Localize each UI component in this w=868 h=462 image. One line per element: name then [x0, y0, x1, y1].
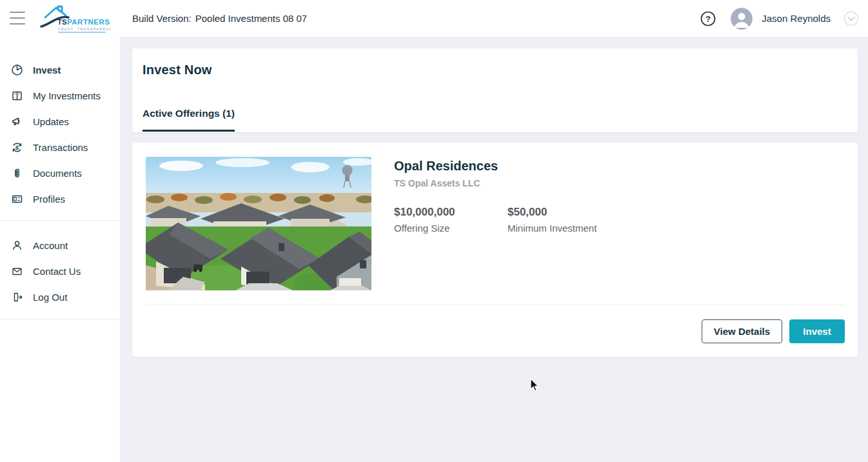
sidebar-secondary-nav: Account Contact Us Log Out	[0, 221, 120, 319]
svg-text:TS: TS	[57, 18, 67, 26]
page-title: Invest Now	[143, 63, 212, 77]
sidebar: Invest My Investments Updates $ Transact…	[0, 37, 120, 462]
megaphone-icon	[11, 115, 23, 128]
stat-label: Minimum Investment	[508, 223, 608, 234]
portfolio-icon	[11, 90, 23, 102]
sidebar-item-documents[interactable]: Documents	[0, 160, 120, 186]
sidebar-item-label: My Investments	[33, 90, 101, 101]
help-icon[interactable]: ?	[700, 10, 716, 27]
svg-text:PARTNERS: PARTNERS	[67, 18, 110, 26]
ts-partners-logo: TS PARTNERS TRUST. TRANSPARENCY	[39, 3, 111, 37]
svg-text:?: ?	[705, 14, 711, 24]
sidebar-item-updates[interactable]: Updates	[0, 108, 120, 134]
sidebar-main-nav: Invest My Investments Updates $ Transact…	[0, 37, 120, 221]
chevron-down-icon[interactable]	[843, 11, 859, 26]
sidebar-item-label: Documents	[33, 168, 82, 179]
sidebar-item-account[interactable]: Account	[0, 232, 120, 258]
stat-value: $50,000	[508, 206, 608, 219]
stat-value: $10,000,000	[394, 206, 495, 219]
envelope-icon	[11, 265, 23, 277]
build-version-label: Build Version:	[132, 13, 192, 24]
id-card-icon	[11, 193, 23, 205]
app-screen: TS PARTNERS TRUST. TRANSPARENCY Build Ve…	[0, 0, 868, 462]
sidebar-item-my-investments[interactable]: My Investments	[0, 83, 120, 108]
sidebar-item-label: Account	[33, 240, 68, 251]
view-details-button[interactable]: View Details	[702, 319, 782, 343]
stat-minimum-investment: $50,000 Minimum Investment	[508, 206, 621, 234]
invest-button[interactable]: Invest	[789, 319, 845, 343]
card-divider	[145, 305, 845, 305]
logo-tagline: TRUST. TRANSPARENCY	[58, 27, 111, 31]
tab-label: Active Offerings (1)	[143, 108, 235, 119]
offering-stats: $10,000,000 Offering Size $50,000 Minimu…	[394, 206, 621, 234]
invest-now-card: Invest Now Active Offerings (1)	[132, 48, 858, 132]
avatar[interactable]	[731, 8, 753, 30]
offering-actions: View Details Invest	[702, 319, 845, 343]
sidebar-divider	[0, 319, 120, 319]
sidebar-item-label: Updates	[33, 116, 69, 127]
build-version: Build Version: Pooled Investments 08 07	[132, 0, 307, 37]
pie-chart-icon	[11, 64, 23, 76]
offering-details: Opal Residences TS Opal Assets LLC $10,0…	[394, 158, 621, 234]
property-photo	[146, 157, 371, 290]
paperclip-icon	[11, 167, 23, 179]
offering-name: Opal Residences	[394, 158, 621, 174]
sidebar-item-label: Contact Us	[33, 266, 81, 277]
sidebar-item-label: Log Out	[33, 292, 67, 303]
currency-cycle-icon: $	[11, 141, 23, 154]
menu-icon[interactable]	[10, 12, 25, 25]
offering-entity: TS Opal Assets LLC	[394, 178, 621, 188]
user-icon	[11, 239, 23, 252]
sidebar-item-log-out[interactable]: Log Out	[0, 284, 120, 310]
main-content: Invest Now Active Offerings (1)	[120, 37, 868, 462]
stat-offering-size: $10,000,000 Offering Size	[394, 206, 508, 234]
user-name[interactable]: Jason Reynolds	[762, 13, 831, 24]
sidebar-item-transactions[interactable]: $ Transactions	[0, 134, 120, 160]
sidebar-item-label: Invest	[33, 65, 61, 75]
top-header: TS PARTNERS TRUST. TRANSPARENCY Build Ve…	[0, 0, 868, 37]
header-right-cluster: ? Jason Reynolds	[700, 0, 859, 37]
tab-active-offerings[interactable]: Active Offerings (1)	[143, 108, 235, 132]
offering-card: Opal Residences TS Opal Assets LLC $10,0…	[132, 143, 858, 357]
sidebar-item-invest[interactable]: Invest	[0, 57, 120, 83]
build-version-value: Pooled Investments 08 07	[195, 13, 307, 24]
stat-label: Offering Size	[394, 223, 495, 234]
sidebar-item-profiles[interactable]: Profiles	[0, 186, 120, 212]
sidebar-item-label: Profiles	[33, 194, 65, 205]
svg-text:$: $	[15, 144, 19, 150]
sidebar-item-label: Transactions	[33, 142, 88, 153]
sidebar-item-contact-us[interactable]: Contact Us	[0, 258, 120, 284]
logout-icon	[11, 291, 23, 303]
